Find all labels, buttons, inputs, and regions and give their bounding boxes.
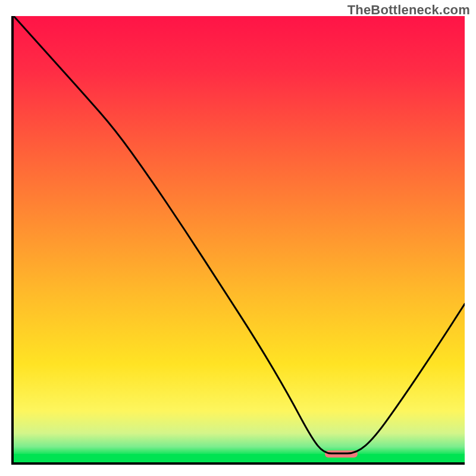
bottleneck-curve [14,16,465,462]
plot-area [14,16,465,462]
